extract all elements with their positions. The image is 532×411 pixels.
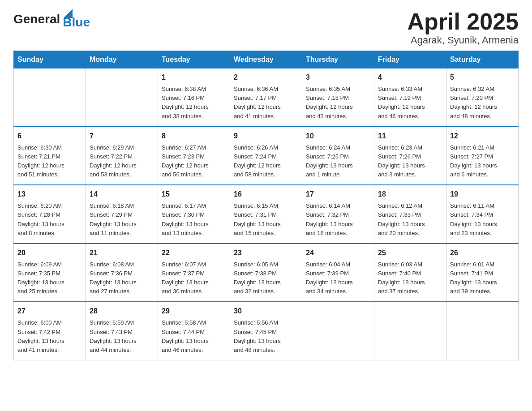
- calendar-day-cell: 29Sunrise: 5:58 AMSunset: 7:44 PMDayligh…: [158, 302, 230, 360]
- day-number: 6: [17, 131, 82, 141]
- day-number: 23: [234, 248, 298, 258]
- day-info: Sunrise: 6:07 AMSunset: 7:37 PMDaylight:…: [162, 260, 226, 296]
- day-info: Sunrise: 6:15 AMSunset: 7:31 PMDaylight:…: [234, 201, 298, 238]
- logo-general-text: General: [13, 12, 60, 26]
- page-header: General Blue April 2025 Agarak, Syunik, …: [13, 9, 519, 46]
- day-info: Sunrise: 6:32 AMSunset: 7:20 PMDaylight:…: [450, 85, 515, 121]
- day-info: Sunrise: 6:09 AMSunset: 7:35 PMDaylight:…: [17, 260, 82, 296]
- calendar-day-header: Wednesday: [230, 51, 302, 68]
- calendar-day-cell: 9Sunrise: 6:26 AMSunset: 7:24 PMDaylight…: [230, 127, 302, 185]
- day-info: Sunrise: 6:05 AMSunset: 7:38 PMDaylight:…: [234, 260, 298, 296]
- day-info: Sunrise: 6:12 AMSunset: 7:33 PMDaylight:…: [378, 201, 442, 238]
- calendar-day-cell: [302, 302, 374, 360]
- day-number: 24: [306, 248, 370, 258]
- calendar-day-cell: [446, 302, 519, 360]
- day-number: 19: [450, 189, 515, 200]
- day-number: 2: [234, 72, 298, 83]
- calendar-day-header: Saturday: [446, 51, 519, 68]
- day-number: 30: [234, 306, 298, 317]
- calendar-day-cell: 10Sunrise: 6:24 AMSunset: 7:25 PMDayligh…: [302, 127, 374, 185]
- calendar-day-cell: 25Sunrise: 6:03 AMSunset: 7:40 PMDayligh…: [374, 244, 446, 302]
- calendar-day-header: Sunday: [14, 51, 86, 68]
- day-number: 1: [162, 72, 226, 83]
- calendar-day-header: Tuesday: [158, 51, 230, 68]
- day-info: Sunrise: 6:17 AMSunset: 7:30 PMDaylight:…: [162, 201, 226, 238]
- day-info: Sunrise: 6:38 AMSunset: 7:16 PMDaylight:…: [162, 85, 226, 121]
- logo: General Blue: [13, 9, 90, 30]
- calendar-week-row: 6Sunrise: 6:30 AMSunset: 7:21 PMDaylight…: [14, 127, 519, 185]
- calendar-day-cell: 2Sunrise: 6:36 AMSunset: 7:17 PMDaylight…: [230, 68, 302, 127]
- day-number: 14: [90, 189, 154, 200]
- day-number: 8: [162, 131, 226, 141]
- day-info: Sunrise: 6:14 AMSunset: 7:32 PMDaylight:…: [306, 201, 370, 238]
- calendar-day-cell: 28Sunrise: 5:59 AMSunset: 7:43 PMDayligh…: [86, 302, 158, 360]
- calendar-day-cell: [86, 68, 158, 127]
- day-number: 17: [306, 189, 370, 200]
- day-number: 18: [378, 189, 442, 200]
- calendar-day-cell: 26Sunrise: 6:01 AMSunset: 7:41 PMDayligh…: [446, 244, 519, 302]
- day-number: 27: [17, 306, 82, 317]
- day-number: 9: [234, 131, 298, 141]
- day-info: Sunrise: 6:01 AMSunset: 7:41 PMDaylight:…: [450, 260, 515, 296]
- day-info: Sunrise: 6:18 AMSunset: 7:29 PMDaylight:…: [90, 201, 154, 238]
- day-info: Sunrise: 6:29 AMSunset: 7:22 PMDaylight:…: [90, 143, 154, 180]
- day-info: Sunrise: 6:21 AMSunset: 7:27 PMDaylight:…: [450, 143, 515, 180]
- calendar-day-cell: 16Sunrise: 6:15 AMSunset: 7:31 PMDayligh…: [230, 185, 302, 244]
- calendar-day-cell: 18Sunrise: 6:12 AMSunset: 7:33 PMDayligh…: [374, 185, 446, 244]
- day-number: 29: [162, 306, 226, 317]
- day-number: 5: [450, 72, 515, 83]
- calendar-day-cell: 8Sunrise: 6:27 AMSunset: 7:23 PMDaylight…: [158, 127, 230, 185]
- day-info: Sunrise: 6:30 AMSunset: 7:21 PMDaylight:…: [17, 143, 82, 180]
- calendar-day-cell: 21Sunrise: 6:08 AMSunset: 7:36 PMDayligh…: [86, 244, 158, 302]
- title-block: April 2025 Agarak, Syunik, Armenia: [407, 9, 519, 46]
- day-info: Sunrise: 6:36 AMSunset: 7:17 PMDaylight:…: [234, 85, 298, 121]
- day-number: 25: [378, 248, 442, 258]
- calendar-day-cell: 24Sunrise: 6:04 AMSunset: 7:39 PMDayligh…: [302, 244, 374, 302]
- calendar-table: SundayMondayTuesdayWednesdayThursdayFrid…: [13, 51, 519, 360]
- calendar-day-cell: 3Sunrise: 6:35 AMSunset: 7:18 PMDaylight…: [302, 68, 374, 127]
- day-info: Sunrise: 6:23 AMSunset: 7:26 PMDaylight:…: [378, 143, 442, 180]
- day-number: 20: [17, 248, 82, 258]
- day-info: Sunrise: 5:59 AMSunset: 7:43 PMDaylight:…: [90, 318, 154, 355]
- day-number: 15: [162, 189, 226, 200]
- calendar-week-row: 13Sunrise: 6:20 AMSunset: 7:28 PMDayligh…: [14, 185, 519, 244]
- day-info: Sunrise: 6:11 AMSunset: 7:34 PMDaylight:…: [450, 201, 515, 238]
- calendar-day-cell: 1Sunrise: 6:38 AMSunset: 7:16 PMDaylight…: [158, 68, 230, 127]
- day-info: Sunrise: 5:56 AMSunset: 7:45 PMDaylight:…: [234, 318, 298, 355]
- calendar-day-cell: 7Sunrise: 6:29 AMSunset: 7:22 PMDaylight…: [86, 127, 158, 185]
- calendar-day-cell: 6Sunrise: 6:30 AMSunset: 7:21 PMDaylight…: [14, 127, 86, 185]
- day-number: 4: [378, 72, 442, 83]
- day-number: 16: [234, 189, 298, 200]
- logo-blue-text: Blue: [63, 15, 90, 30]
- calendar-day-cell: 19Sunrise: 6:11 AMSunset: 7:34 PMDayligh…: [446, 185, 519, 244]
- day-number: 3: [306, 72, 370, 83]
- day-number: 28: [90, 306, 154, 317]
- day-info: Sunrise: 6:33 AMSunset: 7:19 PMDaylight:…: [378, 85, 442, 121]
- calendar-day-cell: [14, 68, 86, 127]
- day-info: Sunrise: 6:03 AMSunset: 7:40 PMDaylight:…: [378, 260, 442, 296]
- calendar-week-row: 20Sunrise: 6:09 AMSunset: 7:35 PMDayligh…: [14, 244, 519, 302]
- day-number: 13: [17, 189, 82, 200]
- day-number: 11: [378, 131, 442, 141]
- day-info: Sunrise: 6:00 AMSunset: 7:42 PMDaylight:…: [17, 318, 82, 355]
- day-info: Sunrise: 6:20 AMSunset: 7:28 PMDaylight:…: [17, 201, 82, 238]
- calendar-day-header: Monday: [86, 51, 158, 68]
- day-number: 26: [450, 248, 515, 258]
- calendar-day-cell: 15Sunrise: 6:17 AMSunset: 7:30 PMDayligh…: [158, 185, 230, 244]
- calendar-day-cell: 30Sunrise: 5:56 AMSunset: 7:45 PMDayligh…: [230, 302, 302, 360]
- calendar-day-cell: 13Sunrise: 6:20 AMSunset: 7:28 PMDayligh…: [14, 185, 86, 244]
- day-number: 10: [306, 131, 370, 141]
- calendar-day-cell: 5Sunrise: 6:32 AMSunset: 7:20 PMDaylight…: [446, 68, 519, 127]
- calendar-day-cell: [374, 302, 446, 360]
- day-info: Sunrise: 6:26 AMSunset: 7:24 PMDaylight:…: [234, 143, 298, 180]
- page-title: April 2025: [407, 9, 519, 34]
- day-info: Sunrise: 5:58 AMSunset: 7:44 PMDaylight:…: [162, 318, 226, 355]
- calendar-day-cell: 23Sunrise: 6:05 AMSunset: 7:38 PMDayligh…: [230, 244, 302, 302]
- day-info: Sunrise: 6:27 AMSunset: 7:23 PMDaylight:…: [162, 143, 226, 180]
- calendar-day-header: Thursday: [302, 51, 374, 68]
- calendar-day-cell: 4Sunrise: 6:33 AMSunset: 7:19 PMDaylight…: [374, 68, 446, 127]
- calendar-day-cell: 17Sunrise: 6:14 AMSunset: 7:32 PMDayligh…: [302, 185, 374, 244]
- calendar-day-cell: 22Sunrise: 6:07 AMSunset: 7:37 PMDayligh…: [158, 244, 230, 302]
- calendar-week-row: 27Sunrise: 6:00 AMSunset: 7:42 PMDayligh…: [14, 302, 519, 360]
- day-number: 21: [90, 248, 154, 258]
